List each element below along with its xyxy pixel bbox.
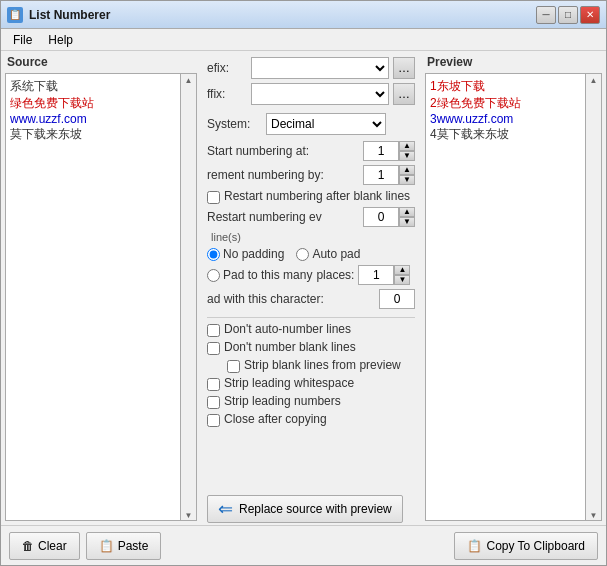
strip-whitespace-label: Strip leading whitespace — [224, 376, 354, 390]
source-text-area[interactable]: 系统下载 绿色免费下载站 www.uzzf.com 莫下载来东坡 — [5, 73, 181, 521]
main-window: 📋 List Numberer ─ □ ✕ File Help Source 系… — [0, 0, 607, 566]
settings-panel: efix: … ffix: … System: Decimal Roman Al… — [201, 51, 421, 525]
close-after-row: Close after copying — [207, 412, 415, 427]
preview-line-1: 1东坡下载 — [430, 78, 581, 95]
replace-btn-area: ⇐ Replace source with preview — [207, 491, 415, 523]
close-after-checkbox[interactable] — [207, 414, 220, 427]
clear-icon: 🗑 — [22, 539, 34, 553]
dont-number-blank-row: Don't number blank lines — [207, 340, 415, 355]
no-padding-row: No padding — [207, 247, 284, 261]
ffix-row: ffix: … — [207, 83, 415, 105]
restart-every-down-button[interactable]: ▼ — [399, 217, 415, 227]
increment-label: rement numbering by: — [207, 168, 363, 182]
no-padding-radio[interactable] — [207, 248, 220, 261]
title-bar-left: 📋 List Numberer — [7, 7, 110, 23]
dont-auto-number-label: Don't auto-number lines — [224, 322, 351, 336]
pad-places-down-button[interactable]: ▼ — [394, 275, 410, 285]
restart-blank-row: Restart numbering after blank lines — [207, 189, 415, 204]
preview-panel: Preview 1东坡下载 2绿色免费下载站 3www.uzzf.com 4莫下… — [421, 51, 606, 525]
menu-bar: File Help — [1, 29, 606, 51]
restart-every-suffix: line(s) — [211, 231, 415, 243]
preview-scrollbar[interactable]: ▲ ▼ — [586, 73, 602, 521]
start-increment-button[interactable]: ▲ — [399, 141, 415, 151]
increment-input[interactable] — [363, 165, 399, 185]
maximize-button[interactable]: □ — [558, 6, 578, 24]
title-buttons: ─ □ ✕ — [536, 6, 600, 24]
increment-up-button[interactable]: ▲ — [399, 165, 415, 175]
replace-source-button[interactable]: ⇐ Replace source with preview — [207, 495, 403, 523]
source-scrollbar[interactable]: ▲ ▼ — [181, 73, 197, 521]
dont-number-blank-checkbox[interactable] — [207, 342, 220, 355]
increment-spinner-buttons: ▲ ▼ — [399, 165, 415, 185]
strip-numbers-checkbox[interactable] — [207, 396, 220, 409]
restart-blank-checkbox[interactable] — [207, 191, 220, 204]
system-select[interactable]: Decimal Roman Alpha Hex — [266, 113, 386, 135]
ffix-browse-button[interactable]: … — [393, 83, 415, 105]
efix-label: efix: — [207, 61, 247, 75]
clear-label: Clear — [38, 539, 67, 553]
strip-blank-row: Strip blank lines from preview — [227, 358, 415, 373]
window-title: List Numberer — [29, 8, 110, 22]
panels-area: Source 系统下载 绿色免费下载站 www.uzzf.com 莫下载来东坡 … — [1, 51, 606, 525]
restart-blank-label: Restart numbering after blank lines — [224, 189, 410, 203]
pad-places-radio[interactable] — [207, 269, 220, 282]
increment-down-button[interactable]: ▼ — [399, 175, 415, 185]
pad-char-input[interactable] — [379, 289, 415, 309]
auto-pad-radio[interactable] — [296, 248, 309, 261]
padding-radio-group: No padding Auto pad — [207, 247, 415, 261]
strip-whitespace-checkbox[interactable] — [207, 378, 220, 391]
increment-row: rement numbering by: ▲ ▼ — [207, 165, 415, 185]
source-line-3: www.uzzf.com — [10, 112, 176, 126]
strip-blank-label: Strip blank lines from preview — [244, 358, 401, 372]
paste-icon: 📋 — [99, 539, 114, 553]
copy-label: Copy To Clipboard — [486, 539, 585, 553]
start-input[interactable] — [363, 141, 399, 161]
footer-bar: 🗑 Clear 📋 Paste 📋 Copy To Clipboard — [1, 525, 606, 565]
source-panel: Source 系统下载 绿色免费下载站 www.uzzf.com 莫下载来东坡 … — [1, 51, 201, 525]
restart-every-spinner: ▲ ▼ — [363, 207, 415, 227]
clear-button[interactable]: 🗑 Clear — [9, 532, 80, 560]
preview-line-3: 3www.uzzf.com — [430, 112, 581, 126]
restart-every-up-button[interactable]: ▲ — [399, 207, 415, 217]
start-spinner-buttons: ▲ ▼ — [399, 141, 415, 161]
auto-pad-label: Auto pad — [312, 247, 360, 261]
pad-char-row: ad with this character: — [207, 289, 415, 309]
close-button[interactable]: ✕ — [580, 6, 600, 24]
strip-numbers-row: Strip leading numbers — [207, 394, 415, 409]
pad-places-input[interactable] — [358, 265, 394, 285]
system-row: System: Decimal Roman Alpha Hex — [207, 113, 415, 135]
strip-whitespace-row: Strip leading whitespace — [207, 376, 415, 391]
source-line-1: 系统下载 — [10, 78, 176, 95]
source-line-2: 绿色免费下载站 — [10, 95, 176, 112]
pad-places-label: Pad to this many — [223, 268, 312, 282]
preview-text-area[interactable]: 1东坡下载 2绿色免费下载站 3www.uzzf.com 4莫下载来东坡 — [425, 73, 586, 521]
menu-help[interactable]: Help — [40, 31, 81, 49]
paste-button[interactable]: 📋 Paste — [86, 532, 162, 560]
preview-line-2: 2绿色免费下载站 — [430, 95, 581, 112]
app-icon: 📋 — [7, 7, 23, 23]
restart-every-row: Restart numbering ev ▲ ▼ — [207, 207, 415, 227]
source-header: Source — [1, 51, 201, 73]
minimize-button[interactable]: ─ — [536, 6, 556, 24]
system-label: System: — [207, 117, 262, 131]
efix-select[interactable] — [251, 57, 389, 79]
title-bar: 📋 List Numberer ─ □ ✕ — [1, 1, 606, 29]
start-spinner: ▲ ▼ — [363, 141, 415, 161]
dont-auto-number-checkbox[interactable] — [207, 324, 220, 337]
preview-header: Preview — [421, 51, 606, 73]
pad-char-label: ad with this character: — [207, 292, 379, 306]
places-label: places: — [316, 268, 354, 282]
pad-places-spinner-buttons: ▲ ▼ — [394, 265, 410, 285]
source-line-4: 莫下载来东坡 — [10, 126, 176, 143]
menu-file[interactable]: File — [5, 31, 40, 49]
dont-auto-number-row: Don't auto-number lines — [207, 322, 415, 337]
copy-clipboard-button[interactable]: 📋 Copy To Clipboard — [454, 532, 598, 560]
start-numbering-label: Start numbering at: — [207, 144, 363, 158]
ffix-select[interactable] — [251, 83, 389, 105]
start-decrement-button[interactable]: ▼ — [399, 151, 415, 161]
strip-blank-checkbox[interactable] — [227, 360, 240, 373]
restart-every-input[interactable] — [363, 207, 399, 227]
pad-places-up-button[interactable]: ▲ — [394, 265, 410, 275]
efix-browse-button[interactable]: … — [393, 57, 415, 79]
auto-pad-row: Auto pad — [296, 247, 360, 261]
